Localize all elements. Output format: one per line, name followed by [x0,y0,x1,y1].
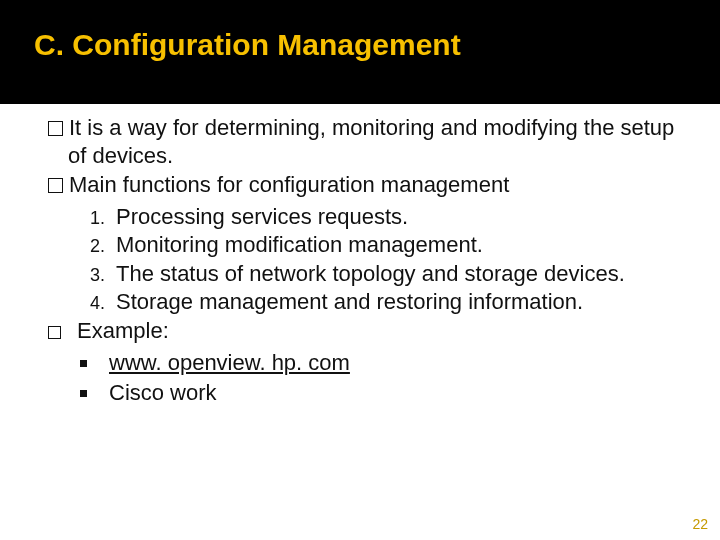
slide-body: It is a way for determining, monitoring … [0,104,720,540]
square-bullet-icon [80,360,87,367]
sub-bullet-item: Cisco work [80,378,696,408]
hollow-square-icon [48,178,63,193]
square-bullet-icon [80,390,87,397]
list-item: Storage management and restoring informa… [110,288,696,316]
bullet-text-rest: functions for configuration management [117,172,510,197]
sub-bullet-link: www. openview. hp. com [80,348,696,378]
page-number: 22 [692,516,708,532]
bullet-definition: It is a way for determining, monitoring … [24,114,696,169]
bullet-text-prefix: Main [69,172,117,197]
slide-title: C. Configuration Management [0,0,720,62]
list-item: Processing services requests. [110,203,696,231]
hollow-square-icon [48,326,61,339]
bullet-main-functions: Main functions for configuration managem… [24,171,696,199]
sub-bullet-list: www. openview. hp. com Cisco work [24,348,696,408]
list-item: Monitoring modification management. [110,231,696,259]
link-text[interactable]: www. openview. hp. com [109,350,350,375]
hollow-square-icon [48,121,63,136]
example-label: Example: [71,318,169,343]
bullet-example: Example: [24,318,696,344]
numbered-list: Processing services requests. Monitoring… [24,203,696,316]
list-item: The status of network topology and stora… [110,260,696,288]
bullet-text-prefix: It [69,115,81,140]
sub-bullet-text: Cisco work [109,380,217,405]
bullet-text-rest: is a way for determining, monitoring and… [68,115,674,168]
slide: C. Configuration Management It is a way … [0,0,720,540]
